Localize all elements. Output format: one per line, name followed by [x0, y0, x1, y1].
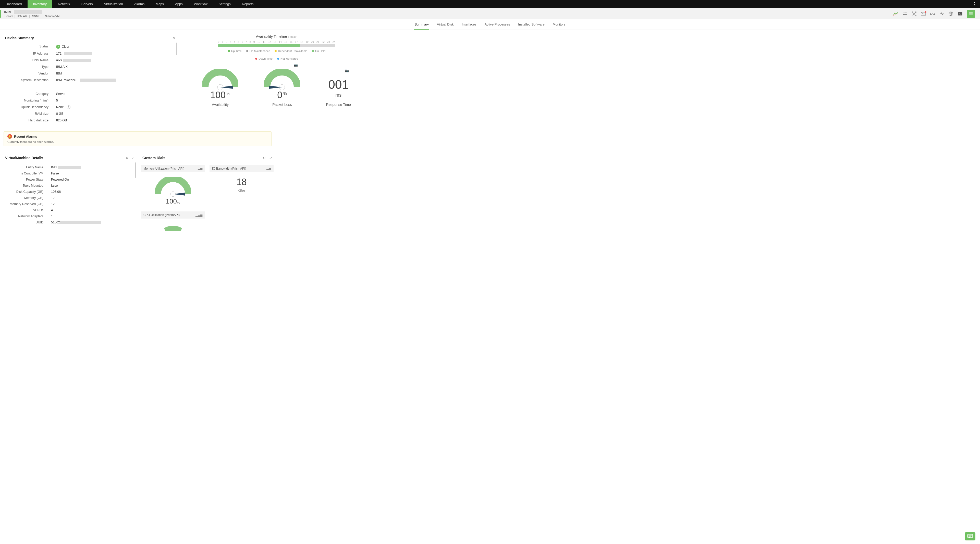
dial-io: IO Bandwidth (PrismAPI)▁▃▅ 18 KBps [210, 165, 274, 207]
tab-installed-software[interactable]: Installed Software [517, 19, 545, 30]
vm-entity-value: INBL [51, 165, 135, 169]
dns-value: aixs [56, 59, 176, 62]
timeline-legend: Up TimeOn MaintenanceDependent Unavailab… [218, 49, 335, 60]
scrollbar[interactable] [135, 162, 136, 178]
nav-alarms[interactable]: Alarms [129, 0, 150, 8]
globe-icon[interactable] [948, 11, 953, 16]
refresh-icon[interactable]: ↻ [126, 156, 128, 160]
mail-icon[interactable] [921, 11, 926, 16]
vendor-value: IBM [56, 72, 176, 75]
snapshot-icon[interactable]: 📷 [294, 63, 298, 67]
chart-icon[interactable]: ▁▃▅ [196, 213, 202, 217]
gauge-availability: 100% Availability [202, 69, 238, 106]
timeline-bar [218, 44, 335, 47]
timeline-ticks: 0123456789101112131415161718192021222324 [218, 41, 335, 43]
recent-alarms-panel: 🔔 Recent Alarms Currently there are no o… [3, 132, 272, 146]
activity-icon[interactable] [939, 11, 944, 16]
dial-cpu: CPU Utilization (PrismAPI)▁▃▅ [141, 211, 205, 233]
tab-summary[interactable]: Summary [414, 19, 429, 30]
device-summary-title: Device Summary [5, 36, 34, 40]
category-value: Server [56, 92, 176, 96]
nav-inventory[interactable]: Inventory [27, 0, 52, 8]
vm-details-panel: VirtualMachine Details ↻ ⤢ Entity Name I… [3, 153, 136, 236]
svg-line-7 [913, 14, 914, 15]
more-icon[interactable]: ⋮ [969, 1, 980, 7]
terminal-icon[interactable]: >_ [958, 11, 963, 16]
device-title-prefix: INBL [4, 10, 12, 14]
svg-rect-1 [912, 12, 913, 13]
top-nav: Dashboard Inventory Network Servers Virt… [0, 0, 980, 8]
svg-rect-4 [915, 15, 916, 16]
gauge-packet-loss: 📷 0% Packet Loss [264, 69, 300, 106]
tabs: Summary Virtual Disk Interfaces Active P… [0, 19, 980, 30]
nav-reports[interactable]: Reports [236, 0, 259, 8]
bell-icon[interactable] [902, 11, 907, 16]
alarm-bell-icon: 🔔 [7, 134, 12, 139]
link-icon[interactable] [930, 11, 935, 16]
subheader: INBL Server| IBM AIX| SNMP| Nutanix-VM >… [0, 8, 980, 19]
nav-maps[interactable]: Maps [150, 0, 169, 8]
expand-icon[interactable]: ⤢ [269, 156, 272, 160]
ram-value: 8 GB [56, 112, 176, 116]
availability-title: Availability Timeline (Today) [187, 35, 366, 38]
status-value: ✓Clear [56, 44, 176, 49]
hamburger-icon[interactable] [967, 10, 975, 18]
help-icon[interactable]: ? [67, 105, 70, 109]
chart-icon[interactable] [893, 11, 898, 16]
vm-uuid-value: 51d62 [51, 220, 135, 224]
svg-rect-3 [912, 15, 913, 16]
svg-text:>_: >_ [959, 13, 961, 15]
nav-servers[interactable]: Servers [76, 0, 99, 8]
monitoring-value: 5 [56, 99, 176, 102]
snapshot-icon[interactable]: 📷 [345, 69, 349, 73]
device-summary-panel: Device Summary ✎ Status ✓Clear IP Addres… [3, 33, 177, 124]
nav-apps[interactable]: Apps [169, 0, 188, 8]
nav-virtualization[interactable]: Virtualization [99, 0, 129, 8]
nav-workflow[interactable]: Workflow [188, 0, 213, 8]
tab-virtual-disk[interactable]: Virtual Disk [436, 19, 454, 30]
svg-line-5 [913, 13, 914, 13]
availability-panel: Availability Timeline (Today) 0123456789… [184, 33, 369, 124]
edit-icon[interactable]: ✎ [172, 36, 176, 40]
scrollbar[interactable] [176, 43, 177, 56]
custom-dials-panel: Custom Dials ↻ ⤢ Memory Utilization (Pri… [141, 153, 274, 236]
sysdesc-value: IBM PowerPC [56, 78, 176, 82]
ip-value: 172. [56, 52, 176, 56]
timeline-uptime-segment [218, 44, 300, 47]
expand-icon[interactable]: ⤢ [132, 156, 135, 160]
network-tool-icon[interactable] [912, 11, 917, 16]
nav-network[interactable]: Network [52, 0, 76, 8]
svg-line-6 [915, 13, 915, 13]
refresh-icon[interactable]: ↻ [263, 156, 266, 160]
type-value: IBM AIX [56, 65, 176, 68]
tab-monitors[interactable]: Monitors [552, 19, 566, 30]
svg-line-8 [915, 14, 915, 15]
device-title-masked [14, 10, 42, 14]
tab-interfaces[interactable]: Interfaces [461, 19, 477, 30]
hdd-value: 820 GB [56, 119, 176, 122]
svg-rect-0 [914, 13, 915, 14]
uplink-value: None? [56, 105, 176, 109]
tab-active-processes[interactable]: Active Processes [484, 19, 511, 30]
nav-dashboard[interactable]: Dashboard [0, 0, 27, 8]
chart-icon[interactable]: ▁▃▅ [264, 167, 271, 170]
chart-icon[interactable]: ▁▃▅ [196, 167, 202, 170]
svg-rect-2 [915, 12, 916, 13]
nav-settings[interactable]: Settings [213, 0, 236, 8]
alarms-message: Currently there are no open Alarms. [7, 140, 268, 143]
breadcrumb: Server| IBM AIX| SNMP| Nutanix-VM [4, 14, 60, 17]
gauge-response-time: 📷 001 ms Response Time [326, 75, 351, 106]
dial-memory: Memory Utilization (PrismAPI)▁▃▅ 100% [141, 165, 205, 207]
status-clear-icon: ✓ [56, 44, 60, 49]
